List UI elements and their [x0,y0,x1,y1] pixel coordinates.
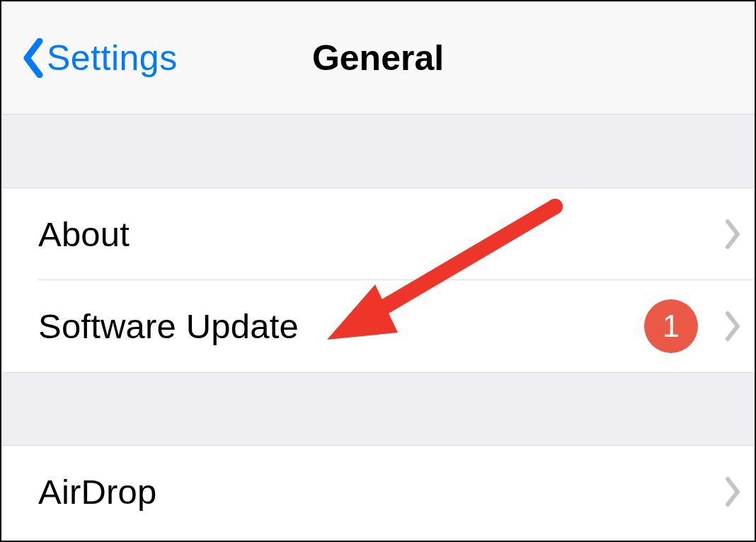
cell-about[interactable]: About [1,188,755,280]
cell-software-update[interactable]: Software Update 1 [1,280,755,372]
cell-label: AirDrop [38,472,157,512]
page-title: General [312,38,444,79]
section-spacer [1,372,755,446]
chevron-right-icon [725,219,742,250]
cell-label: Software Update [38,306,299,346]
cell-label: About [38,214,130,254]
navigation-bar: Settings General [1,1,755,115]
back-label: Settings [47,38,178,79]
chevron-right-icon [725,311,742,342]
back-button[interactable]: Settings [21,38,178,79]
chevron-right-icon [725,476,742,507]
notification-badge: 1 [644,299,698,353]
cell-airdrop[interactable]: AirDrop [1,446,755,538]
chevron-left-icon [21,38,44,78]
section-spacer [1,115,755,188]
